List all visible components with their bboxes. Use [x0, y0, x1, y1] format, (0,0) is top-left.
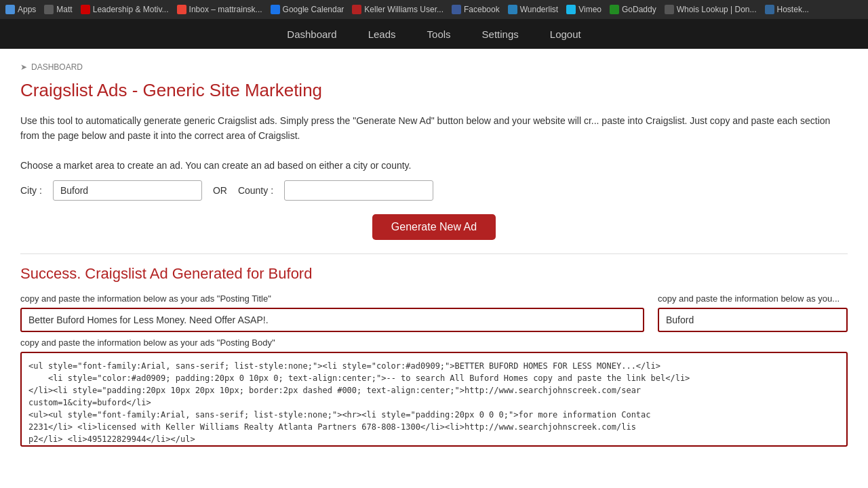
market-input-row: City : OR County : — [20, 180, 848, 201]
browser-tab-gcal[interactable]: Google Calendar — [271, 5, 344, 14]
browser-tab-hostek[interactable]: Hostek... — [765, 5, 809, 14]
posting-title-label: copy and paste the information below as … — [20, 293, 644, 304]
county-input[interactable] — [284, 180, 433, 201]
breadcrumb-arrow: ➤ — [20, 62, 27, 72]
browser-tab-whois[interactable]: Whois Lookup | Don... — [665, 5, 757, 14]
browser-tab-gmail[interactable]: Inbox – mattrainsk... — [177, 5, 262, 14]
city-input[interactable] — [53, 180, 202, 201]
breadcrumb: ➤ DASHBOARD — [20, 62, 848, 72]
page-description: Use this tool to automatically generate … — [20, 113, 848, 144]
browser-tab-leadership[interactable]: Leadership & Motiv... — [81, 5, 169, 14]
browser-tab-matt[interactable]: Matt — [44, 5, 72, 14]
facebook-favicon — [452, 5, 461, 14]
county-label: County : — [238, 185, 273, 196]
browser-bar: Apps Matt Leadership & Motiv... Inbox – … — [0, 0, 868, 19]
nav-tools[interactable]: Tools — [422, 26, 456, 43]
hostek-favicon — [765, 5, 774, 14]
browser-tab-wunderlist[interactable]: Wunderlist — [508, 5, 558, 14]
leadership-favicon — [81, 5, 90, 14]
nav-logout[interactable]: Logout — [545, 26, 587, 43]
success-section: Success. Craigslist Ad Generated for Buf… — [20, 265, 848, 449]
posting-location-label: copy and paste the information below as … — [658, 293, 848, 304]
matt-favicon — [44, 5, 54, 14]
nav-settings[interactable]: Settings — [477, 26, 524, 43]
posting-body-textarea[interactable] — [20, 352, 848, 447]
gcal-favicon — [271, 5, 280, 14]
gmail-favicon — [177, 5, 186, 14]
market-instruction: Choose a market area to create an ad. Yo… — [20, 160, 848, 171]
posting-title-input[interactable] — [20, 308, 644, 332]
generate-button[interactable]: Generate New Ad — [372, 214, 496, 240]
divider — [20, 253, 848, 254]
apps-favicon — [5, 5, 15, 14]
kw-favicon — [352, 5, 361, 14]
browser-tab-vimeo[interactable]: Vimeo — [566, 5, 601, 14]
nav-bar: Dashboard Leads Tools Settings Logout — [0, 19, 868, 49]
nav-leads[interactable]: Leads — [363, 26, 401, 43]
browser-tab-apps[interactable]: Apps — [5, 5, 36, 14]
nav-dashboard[interactable]: Dashboard — [281, 26, 342, 43]
godaddy-favicon — [610, 5, 619, 14]
whois-favicon — [665, 5, 674, 14]
body-section: copy and paste the information below as … — [20, 338, 848, 449]
main-content: ➤ DASHBOARD Craigslist Ads - Generic Sit… — [0, 49, 868, 462]
wunderlist-favicon — [508, 5, 517, 14]
posting-body-label: copy and paste the information below as … — [20, 338, 848, 348]
success-title: Success. Craigslist Ad Generated for Buf… — [20, 265, 848, 283]
city-label: City : — [20, 185, 42, 196]
posting-location-input[interactable] — [658, 308, 848, 332]
vimeo-favicon — [566, 5, 576, 14]
browser-tab-facebook[interactable]: Facebook — [452, 5, 500, 14]
form-section: Choose a market area to create an ad. Yo… — [20, 160, 848, 240]
browser-tab-godaddy[interactable]: GoDaddy — [610, 5, 656, 14]
breadcrumb-link[interactable]: DASHBOARD — [31, 62, 83, 72]
page-title: Craigslist Ads - Generic Site Marketing — [20, 80, 848, 101]
browser-tab-kw[interactable]: Keller Williams User... — [352, 5, 443, 14]
or-label: OR — [213, 185, 227, 196]
